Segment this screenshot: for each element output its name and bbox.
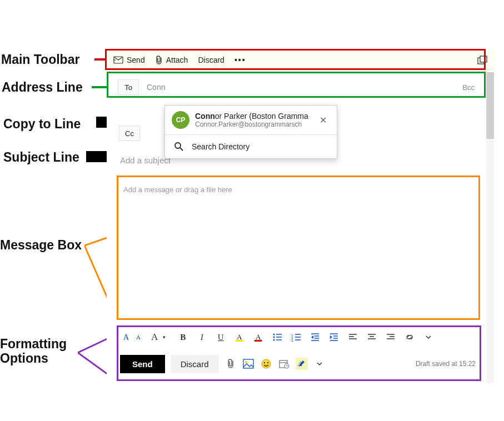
highlight-main-toolbar: [105, 49, 486, 70]
close-icon: ✕: [320, 116, 327, 125]
highlight-formatting-options: [117, 325, 481, 381]
highlight-message-box: [117, 176, 480, 320]
contact-avatar: CP: [172, 111, 189, 129]
search-directory-label: Search Directory: [192, 142, 249, 151]
svg-line-52: [180, 148, 183, 151]
connector-address: [92, 86, 108, 88]
arrow-subject: [86, 151, 109, 162]
highlight-address-line: [107, 72, 486, 98]
vertical-scrollbar[interactable]: [486, 72, 494, 383]
annotation-address-line: Address Line: [2, 80, 83, 95]
contact-name: Connor Parker (Boston Gramma: [195, 112, 311, 121]
scrollbar-thumb[interactable]: [486, 72, 494, 139]
contact-email: Connor.Parker@bostongrammarsch: [195, 121, 311, 128]
svg-point-51: [175, 143, 181, 148]
annotation-main-toolbar: Main Toolbar: [1, 52, 79, 67]
annotation-copy-to-line: Copy to Line: [3, 117, 81, 132]
search-directory-button[interactable]: Search Directory: [165, 134, 337, 158]
contact-info: Connor Parker (Boston Gramma Connor.Park…: [195, 112, 311, 128]
annotation-formatting-options: Formatting Options: [0, 337, 67, 366]
search-icon: [174, 142, 184, 152]
dismiss-suggestion-button[interactable]: ✕: [316, 114, 330, 127]
contact-suggestion-item[interactable]: CP Connor Parker (Boston Gramma Connor.P…: [165, 106, 337, 134]
contact-suggestion-popup: CP Connor Parker (Boston Gramma Connor.P…: [164, 105, 337, 159]
annotation-subject-line: Subject Line: [3, 150, 79, 165]
annotation-message-box: Message Box: [0, 238, 82, 253]
cc-button[interactable]: Cc: [119, 126, 140, 141]
